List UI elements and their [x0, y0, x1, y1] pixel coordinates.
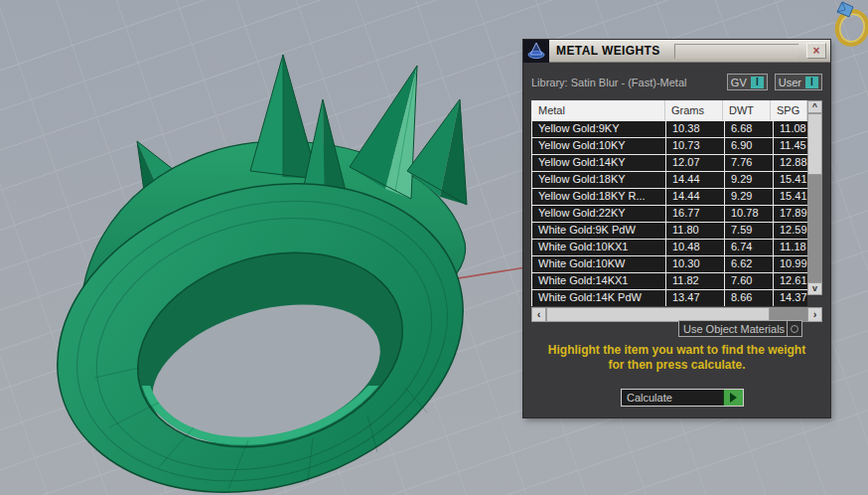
library-label: Library: Satin Blur - (Fast)-Metal [531, 77, 720, 88]
gv-indicator-icon: I [751, 77, 764, 88]
metal-weights-table: Metal Grams DWT SPG Yellow Gold:9KY10.38… [531, 100, 822, 322]
column-header-metal[interactable]: Metal [532, 100, 665, 120]
close-icon[interactable]: × [806, 43, 826, 59]
table-cell[interactable]: 14.44 [666, 189, 724, 205]
table-row[interactable]: White Gold:10KX110.486.7411.18 [532, 240, 807, 255]
table-cell[interactable]: 12.07 [666, 155, 724, 171]
table-cell[interactable]: 11.82 [666, 273, 724, 289]
table-cell[interactable]: 7.60 [725, 273, 773, 289]
table-cell[interactable]: 12.59 [774, 223, 807, 239]
scroll-up-icon[interactable]: ^ [807, 100, 822, 113]
user-indicator-icon: I [805, 77, 818, 88]
dropdown-button[interactable] [787, 321, 801, 336]
instruction-line-1: Highlight the item you want to find the … [523, 343, 830, 358]
table-cell[interactable]: 7.59 [725, 223, 773, 239]
table-cell[interactable]: 14.44 [666, 172, 724, 188]
table-cell[interactable]: Yellow Gold:14KY [532, 155, 665, 171]
table-cell[interactable]: White Gold:10KW [532, 256, 665, 272]
table-body: Yellow Gold:9KY10.386.6811.08Yellow Gold… [532, 121, 807, 306]
table-cell[interactable]: White Gold:9K PdW [532, 223, 665, 239]
gv-label: GV [731, 77, 747, 88]
dialog-title: METAL WEIGHTS [549, 44, 660, 58]
titlebar-groove [674, 44, 798, 59]
table-cell[interactable]: 17.89 [774, 206, 807, 222]
table-row[interactable]: White Gold:9K PdW11.807.5912.59 [532, 223, 807, 239]
table-row[interactable]: Yellow Gold:10KY10.736.9011.45 [532, 138, 807, 154]
table-cell[interactable]: 10.38 [666, 121, 724, 137]
table-row[interactable]: Yellow Gold:9KY10.386.6811.08 [532, 121, 807, 137]
table-cell[interactable]: 6.62 [725, 256, 773, 272]
ring-model[interactable] [21, 55, 501, 495]
table-cell[interactable]: 10.30 [666, 256, 724, 272]
table-cell[interactable]: Yellow Gold:22KY [532, 206, 665, 222]
gv-toggle-button[interactable]: GV I [727, 74, 768, 90]
user-toggle-button[interactable]: User I [775, 74, 822, 90]
table-cell[interactable]: 12.88 [774, 155, 807, 171]
scroll-right-icon[interactable]: › [807, 307, 822, 322]
table-row[interactable]: Yellow Gold:14KY12.077.7612.88 [532, 155, 807, 171]
table-cell[interactable]: Yellow Gold:10KY [532, 138, 665, 154]
table-cell[interactable]: 11.45 [774, 138, 807, 154]
column-header-dwt[interactable]: DWT [723, 100, 771, 120]
table-row[interactable]: White Gold:14KX111.827.6012.61 [532, 273, 807, 289]
column-header-grams[interactable]: Grams [665, 100, 723, 120]
table-row[interactable]: Yellow Gold:18KY R...14.449.2915.41 [532, 189, 807, 205]
table-cell[interactable]: White Gold:10KX1 [532, 240, 665, 255]
calculate-control: Calculate [621, 389, 744, 407]
table-cell[interactable]: 14.37 [774, 290, 807, 306]
dropdown-circle-icon [791, 325, 798, 333]
table-cell[interactable]: 9.29 [725, 172, 773, 188]
vertical-scrollbar[interactable]: ^ v [807, 100, 822, 295]
table-cell[interactable]: 10.73 [666, 138, 724, 154]
library-row: Library: Satin Blur - (Fast)-Metal GV I … [531, 73, 822, 91]
table-cell[interactable]: 15.41 [774, 172, 807, 188]
instruction-text: Highlight the item you want to find the … [523, 343, 830, 373]
cone-gem-icon [523, 40, 549, 63]
table-cell[interactable]: 9.29 [725, 189, 773, 205]
use-object-materials-dropdown[interactable]: Use Object Materials [678, 320, 802, 337]
table-cell[interactable]: 6.90 [725, 138, 773, 154]
table-cell[interactable]: Yellow Gold:18KY [532, 172, 665, 188]
table-cell[interactable]: 12.61 [774, 273, 807, 289]
table-cell[interactable]: 11.80 [666, 223, 724, 239]
table-row[interactable]: White Gold:14K PdW13.478.6614.37 [532, 290, 807, 306]
table-row[interactable]: Yellow Gold:18KY14.449.2915.41 [532, 172, 807, 188]
vertical-scroll-track[interactable] [807, 175, 822, 282]
calculate-button[interactable]: Calculate [622, 390, 723, 406]
scroll-left-icon[interactable]: ‹ [531, 307, 546, 322]
table-cell[interactable]: White Gold:14KX1 [532, 273, 665, 289]
table-row[interactable]: Yellow Gold:22KY16.7710.7817.89 [532, 206, 807, 222]
table-cell[interactable]: Yellow Gold:9KY [532, 121, 665, 137]
table-cell[interactable]: 13.47 [666, 290, 724, 306]
metal-weights-dialog: METAL WEIGHTS × Library: Satin Blur - (F… [523, 40, 830, 417]
table-cell[interactable]: 16.77 [666, 206, 724, 222]
table-cell[interactable]: 10.78 [725, 206, 773, 222]
materials-dropdown-label: Use Object Materials [679, 323, 787, 335]
instruction-line-2: for then press calculate. [523, 358, 830, 373]
table-cell[interactable]: 11.08 [774, 121, 807, 137]
scroll-down-icon[interactable]: v [807, 282, 822, 295]
table-cell[interactable]: 8.66 [725, 290, 773, 306]
table-header: Metal Grams DWT SPG [532, 100, 807, 120]
table-cell[interactable]: 6.74 [725, 240, 773, 255]
play-icon [730, 393, 737, 403]
table-cell[interactable]: 10.99 [774, 256, 807, 272]
table-cell[interactable]: White Gold:14K PdW [532, 290, 665, 306]
calculate-go-button[interactable] [723, 390, 743, 406]
table-cell[interactable]: 11.18 [774, 240, 807, 255]
table-cell[interactable]: Yellow Gold:18KY R... [532, 189, 665, 205]
dialog-titlebar[interactable]: METAL WEIGHTS × [523, 40, 830, 63]
table-cell[interactable]: 6.68 [725, 121, 773, 137]
vertical-scroll-thumb[interactable] [807, 113, 822, 175]
table-cell[interactable]: 15.41 [774, 189, 807, 205]
table-cell[interactable]: 7.76 [725, 155, 773, 171]
column-header-spg[interactable]: SPG [771, 100, 807, 120]
table-row[interactable]: White Gold:10KW10.306.6210.99 [532, 256, 807, 272]
user-label: User [779, 77, 801, 88]
table-cell[interactable]: 10.48 [666, 240, 724, 255]
